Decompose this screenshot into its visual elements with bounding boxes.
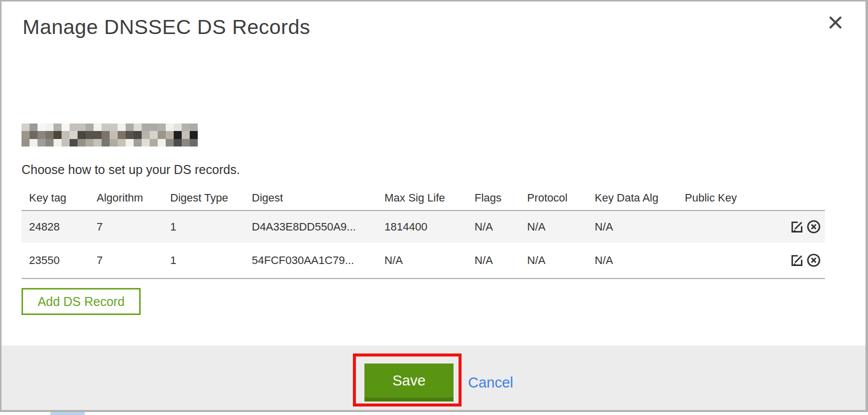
manage-dnssec-dialog: Manage DNSSEC DS Records Choose how to s… — [0, 0, 868, 412]
ds-records-table: Key tag Algorithm Digest Type Digest Max… — [22, 186, 825, 279]
cell-flags: N/A — [475, 254, 527, 267]
header-digest: Digest — [252, 192, 384, 204]
cell-key-tag: 23550 — [29, 254, 97, 267]
redacted-domain-name — [22, 124, 198, 146]
header-flags: Flags — [475, 192, 527, 204]
delete-icon[interactable] — [805, 218, 822, 235]
cell-protocol: N/A — [527, 220, 595, 234]
cancel-link[interactable]: Cancel — [468, 374, 513, 391]
cell-protocol: N/A — [527, 254, 595, 267]
row-actions — [779, 252, 825, 268]
add-ds-record-button[interactable]: Add DS Record — [22, 288, 141, 315]
cell-digest: D4A33E8DD550A9... — [252, 220, 384, 234]
cell-digest-type: 1 — [170, 220, 252, 234]
table-header-row: Key tag Algorithm Digest Type Digest Max… — [22, 186, 825, 210]
header-key-data-alg: Key Data Alg — [595, 192, 685, 204]
cell-max-sig-life: 1814400 — [384, 220, 475, 234]
close-icon[interactable] — [827, 14, 843, 30]
header-digest-type: Digest Type — [170, 192, 252, 204]
background-page-artifact — [50, 412, 85, 415]
header-algorithm: Algorithm — [97, 192, 170, 204]
row-actions — [779, 218, 825, 235]
cell-digest-type: 1 — [170, 254, 252, 267]
header-key-tag: Key tag — [29, 192, 97, 204]
edit-icon[interactable] — [788, 218, 805, 235]
cell-algorithm: 7 — [97, 254, 170, 267]
header-public-key: Public Key — [685, 192, 779, 204]
table-row: 24828 7 1 D4A33E8DD550A9... 1814400 N/A … — [22, 210, 825, 242]
cell-algorithm: 7 — [97, 220, 170, 234]
instruction-text: Choose how to set up your DS records. — [22, 162, 240, 177]
header-protocol: Protocol — [527, 192, 595, 204]
dialog-title: Manage DNSSEC DS Records — [23, 16, 310, 39]
cell-flags: N/A — [475, 220, 527, 234]
cell-digest: 54FCF030AA1C79... — [252, 254, 384, 267]
delete-icon[interactable] — [805, 252, 822, 268]
cell-key-data-alg: N/A — [595, 254, 685, 267]
save-button[interactable]: Save — [364, 364, 454, 402]
edit-icon[interactable] — [788, 252, 805, 268]
table-row: 23550 7 1 54FCF030AA1C79... N/A N/A N/A … — [22, 242, 825, 279]
cell-max-sig-life: N/A — [384, 254, 475, 267]
header-max-sig-life: Max Sig Life — [384, 192, 475, 204]
cell-key-tag: 24828 — [29, 220, 97, 234]
cell-key-data-alg: N/A — [595, 220, 685, 234]
